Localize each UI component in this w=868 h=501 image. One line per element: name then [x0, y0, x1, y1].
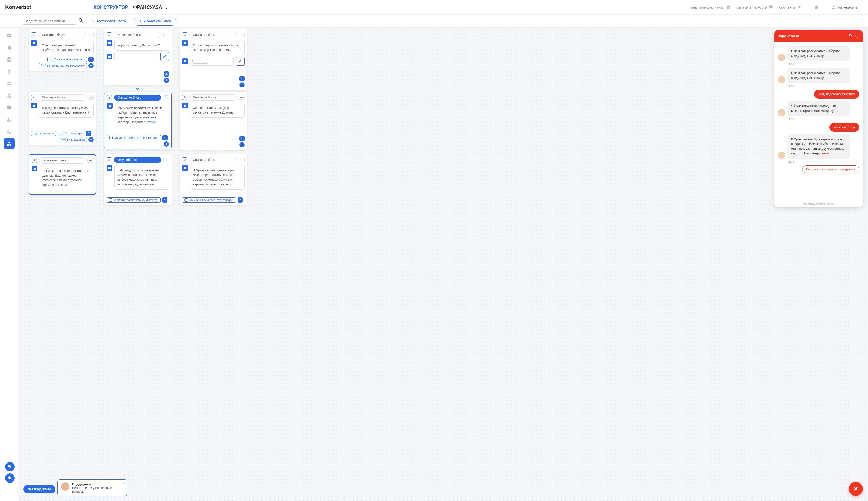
order-link[interactable]: Заказать чат-бота	[737, 5, 773, 9]
training-link[interactable]: Обучение	[779, 5, 801, 9]
search-button[interactable]	[78, 18, 84, 24]
add-block-button[interactable]: Добавить блок	[134, 17, 176, 25]
search-input[interactable]	[23, 18, 75, 25]
graduation-icon	[797, 5, 801, 9]
toolbar: Тестировать бота Добавить блок	[0, 14, 868, 28]
app-header: Konverbot КОНСТРУКТОР: ФРАНСУАЗА ⌄ Наш т…	[0, 0, 868, 14]
chat-icon	[769, 5, 773, 9]
page-title[interactable]: КОНСТРУКТОР: ФРАНСУАЗА ⌄	[94, 4, 168, 10]
play-icon	[91, 20, 95, 23]
telegram-icon	[726, 5, 730, 9]
user-menu[interactable]: konveradmin ⌄	[832, 5, 863, 9]
logo: Konverbot	[5, 4, 31, 10]
bell-icon[interactable]	[814, 5, 819, 10]
chevron-down-icon: ⌄	[860, 5, 863, 9]
user-icon	[832, 5, 836, 9]
test-bot-button[interactable]: Тестировать бота	[91, 19, 126, 23]
chevron-down-icon: ⌄	[164, 5, 168, 10]
telegram-link[interactable]: Наш телеграм канал	[690, 5, 730, 9]
search-icon	[78, 18, 84, 23]
plus-icon	[139, 19, 142, 23]
